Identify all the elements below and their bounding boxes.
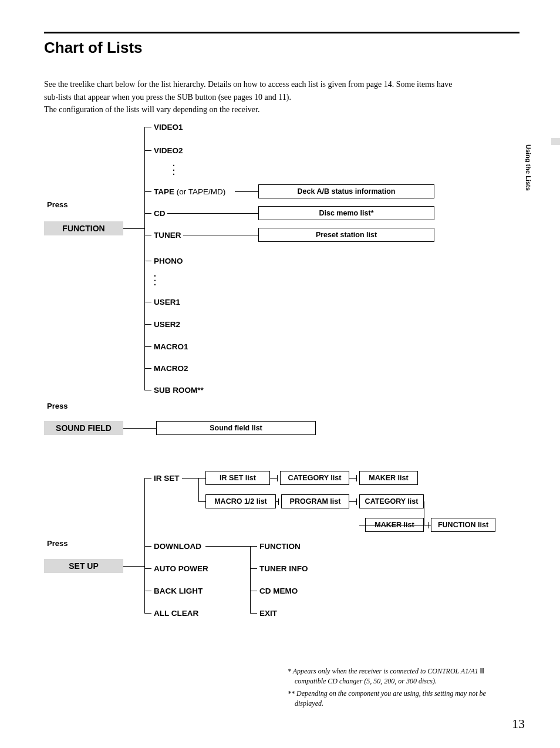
tree-node-backlight: BACK LIGHT [154, 587, 203, 595]
box-irset-list: IR SET list [205, 471, 270, 485]
tree-node-macro1: MACRO1 [154, 342, 188, 351]
tree-node-tuner: TUNER [154, 231, 181, 240]
box-maker-list-2: MAKER list [365, 518, 424, 532]
box-preset-station: Preset station list [258, 228, 434, 242]
box-maker-list: MAKER list [359, 471, 418, 485]
tree-node-macro2: MACRO2 [154, 364, 188, 373]
tree-node-subroom: SUB ROOM** [154, 386, 204, 395]
section-tab [551, 138, 560, 145]
footnote-1: * Appears only when the receiver is conn… [288, 666, 505, 686]
footnote-2: ** Depending on the component you are us… [288, 689, 505, 709]
tree-node-video1: VIDEO1 [154, 123, 183, 132]
tree-node-allclear: ALL CLEAR [154, 609, 198, 618]
tree-node-user2: USER2 [154, 320, 180, 329]
press-label: Press [47, 402, 68, 410]
tree-node-autopower: AUTO POWER [154, 564, 208, 573]
box-function-list: FUNCTION list [431, 518, 495, 532]
box-program-list: PROGRAM list [281, 494, 349, 508]
tree-node-exit: EXIT [259, 609, 277, 618]
tree-node-video2: VIDEO2 [154, 146, 183, 155]
tree-node-dl-function: FUNCTION [259, 542, 301, 551]
press-label: Press [47, 200, 68, 209]
soundfield-button[interactable]: SOUND FIELD [44, 421, 123, 435]
setup-button[interactable]: SET UP [44, 559, 123, 573]
section-label: Using the Lists [525, 144, 532, 191]
box-category-list: CATEGORY list [280, 471, 349, 485]
tree-node-phono: PHONO [154, 257, 183, 265]
press-label: Press [47, 539, 68, 548]
tree-node-download: DOWNLOAD [154, 542, 201, 551]
page-number: 13 [512, 716, 525, 732]
function-button[interactable]: FUNCTION [44, 221, 123, 235]
page-title: Chart of Lists [44, 39, 143, 57]
tree-node-tape: TAPE (or TAPE/MD) [154, 187, 225, 196]
box-sound-field: Sound field list [156, 421, 316, 435]
tree-node-cdmemo: CD MEMO [259, 587, 298, 595]
tree-node-user1: USER1 [154, 298, 180, 306]
tree-node-tunerinfo: TUNER INFO [259, 564, 308, 573]
box-category-list-2: CATEGORY list [359, 494, 424, 508]
intro-text: See the treelike chart below for the lis… [44, 78, 514, 116]
tree-node-cd: CD [154, 209, 166, 218]
tree-node-irset: IR SET [154, 474, 180, 483]
box-disc-memo: Disc memo list* [258, 206, 434, 220]
box-macro12-list: MACRO 1/2 list [205, 494, 276, 508]
box-deck-status: Deck A/B status information [258, 184, 434, 198]
